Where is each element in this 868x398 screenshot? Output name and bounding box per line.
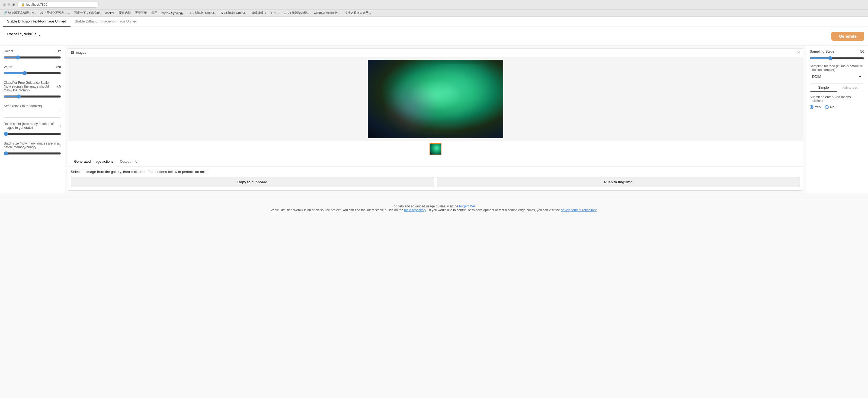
bookmark-icon: 🔗 xyxy=(3,11,7,14)
batch-count-section: Batch count (how many batches of images … xyxy=(4,122,61,137)
bookmark-4[interactable]: docker xyxy=(104,11,116,15)
bookmark-8[interactable]: cqqz – Synology... xyxy=(160,11,187,15)
batch-count-value: 1 xyxy=(59,124,61,128)
main-tabs-bar: Stable Diffusion Text-to-Image Unified S… xyxy=(0,17,868,27)
bookmark-12[interactable]: 01-01-机器学习概... xyxy=(282,10,311,16)
forward-button[interactable]: › xyxy=(7,3,10,6)
bookmark-11[interactable]: 哔哩哔哩（'－'）つ... xyxy=(250,10,280,16)
top-bar: Generate xyxy=(0,27,868,45)
right-panel: Sampling Steps 56 Sampling method (k_lms… xyxy=(806,45,868,193)
address-bar[interactable]: 🔒 localhost:7860 xyxy=(18,2,99,8)
cfg-slider[interactable] xyxy=(4,94,61,99)
image-icon: 🖼 xyxy=(71,51,74,55)
bookmark-7[interactable]: 常用 xyxy=(150,10,159,16)
sampling-steps-value: 56 xyxy=(860,49,864,53)
actions-description: Select an image from the gallery, then c… xyxy=(71,170,800,174)
actions-tabs: Generated image actions Output Info xyxy=(68,157,803,166)
dev-repo-link[interactable]: developement repository xyxy=(561,208,596,212)
actions-content: Select an image from the gallery, then c… xyxy=(68,166,803,190)
width-slider-section: Width 768 xyxy=(4,65,61,76)
generated-image xyxy=(368,60,503,138)
sampling-steps-row: Sampling Steps 56 xyxy=(810,49,864,53)
center-panel: 🖼 Images × Generated image actions xyxy=(65,45,806,193)
bookmark-5[interactable]: 硬件选型 xyxy=(117,10,132,16)
height-label-row: Height 512 xyxy=(4,49,61,53)
seed-section: Seed (blank to randomize) xyxy=(4,104,61,118)
bookmark-3[interactable]: 百度一下，你就知道 xyxy=(73,10,102,16)
bookmark-13[interactable]: CloudCompare 教... xyxy=(313,10,342,16)
browser-chrome: ‹ › ↻ 🔒 localhost:7860 xyxy=(0,0,868,9)
prompt-input[interactable] xyxy=(4,29,831,43)
back-button[interactable]: ‹ xyxy=(3,3,6,6)
image-viewer-header: 🖼 Images × xyxy=(68,49,803,57)
sampling-steps-slider[interactable] xyxy=(810,56,864,60)
batch-size-label: Batch size (how many images are in a bat… xyxy=(4,142,59,149)
thumbnail[interactable] xyxy=(430,143,441,155)
tab-output-info[interactable]: Output Info xyxy=(117,157,141,166)
browser-nav-buttons: ‹ › ↻ xyxy=(3,3,15,6)
batch-size-section: Batch size (how many images are in a bat… xyxy=(4,142,61,157)
url-text: localhost:7860 xyxy=(26,3,47,6)
cfg-label: Classifier Free Guidance Scale (how stro… xyxy=(4,81,56,92)
tab-generated-actions[interactable]: Generated image actions xyxy=(71,157,117,166)
image-display xyxy=(68,57,803,141)
cfg-slider-section: Classifier Free Guidance Scale (how stro… xyxy=(4,81,61,100)
copy-clipboard-button[interactable]: Copy to clipboard xyxy=(71,177,434,187)
seed-label-row: Seed (blank to randomize) xyxy=(4,104,61,108)
lock-icon: 🔒 xyxy=(21,3,25,6)
width-value: 768 xyxy=(56,65,61,69)
bookmark-14[interactable]: 深度之眼官方账号... xyxy=(343,10,372,16)
left-panel: Height 512 Width 768 Classifier Free Gui… xyxy=(0,45,65,193)
height-slider[interactable] xyxy=(4,55,61,60)
tab-image-to-image[interactable]: Stable Diffusion Image-to-Image Unified xyxy=(70,17,142,27)
batch-count-label-row: Batch count (how many batches of images … xyxy=(4,122,61,130)
height-slider-section: Height 512 xyxy=(4,49,61,61)
bookmark-6[interactable]: 视觉三维 xyxy=(134,10,148,16)
close-image-button[interactable]: × xyxy=(798,50,800,55)
batch-size-slider[interactable] xyxy=(4,151,61,156)
radio-yes-circle xyxy=(810,105,813,109)
batch-size-value: 1 xyxy=(59,144,61,147)
thumbnail-row xyxy=(68,141,803,157)
seed-label: Seed (blank to randomize) xyxy=(4,104,42,108)
generate-button[interactable]: Generate xyxy=(831,32,864,41)
sampling-method-select[interactable]: DDIM ▼ xyxy=(810,73,864,80)
sampling-method-hint: Sampling method (k_lms is default k-diff… xyxy=(810,64,864,72)
sub-tabs: Simple Advanced xyxy=(810,84,864,92)
seed-input[interactable] xyxy=(4,110,61,118)
height-value: 512 xyxy=(56,49,61,53)
reload-button[interactable]: ↻ xyxy=(12,3,15,6)
bookmark-10[interactable]: (79条消息) Open3... xyxy=(219,10,249,16)
tab-text-to-image[interactable]: Stable Diffusion Text-to-Image Unified xyxy=(3,17,70,27)
footer-line1: For help and advanced usage guides, visi… xyxy=(5,205,863,208)
width-label: Width xyxy=(4,65,12,69)
submit-label: Submit on enter? (no means multiline) xyxy=(810,95,864,103)
cfg-label-row: Classifier Free Guidance Scale (how stro… xyxy=(4,81,61,92)
width-slider[interactable] xyxy=(4,71,61,75)
radio-no-circle xyxy=(825,105,829,109)
radio-group: Yes No xyxy=(810,105,864,109)
batch-size-label-row: Batch size (how many images are in a bat… xyxy=(4,142,61,149)
bookmark-9[interactable]: (10条消息) Open3... xyxy=(189,10,218,16)
batch-count-label: Batch count (how many batches of images … xyxy=(4,122,59,130)
bookmarks-bar: 🔗 链接器工具错误 LN... 程序员进化不说发！... 百度一下，你就知道 d… xyxy=(0,9,868,17)
radio-no[interactable]: No xyxy=(825,105,835,109)
sampling-steps-label: Sampling Steps xyxy=(810,49,834,53)
project-wiki-link[interactable]: Project Wiki xyxy=(459,205,476,208)
radio-yes[interactable]: Yes xyxy=(810,105,820,109)
footer: For help and advanced usage guides, visi… xyxy=(0,199,868,217)
main-repo-link[interactable]: main repository xyxy=(404,208,426,212)
batch-count-slider[interactable] xyxy=(4,132,61,136)
cfg-value: 7.5 xyxy=(56,85,61,88)
bookmark-1[interactable]: 🔗 链接器工具错误 LN... xyxy=(2,10,37,16)
chevron-down-icon: ▼ xyxy=(858,74,862,79)
bookmark-2[interactable]: 程序员进化不说发！... xyxy=(39,10,71,16)
sub-tab-advanced[interactable]: Advanced xyxy=(837,84,864,92)
push-img2img-button[interactable]: Push to img2img xyxy=(437,177,800,187)
sub-tab-simple[interactable]: Simple xyxy=(810,84,837,92)
height-label: Height xyxy=(4,49,13,53)
width-label-row: Width 768 xyxy=(4,65,61,69)
actions-buttons: Copy to clipboard Push to img2img xyxy=(71,177,800,187)
image-label: 🖼 Images xyxy=(71,51,86,55)
image-viewer: 🖼 Images × Generated image actions xyxy=(68,48,803,191)
